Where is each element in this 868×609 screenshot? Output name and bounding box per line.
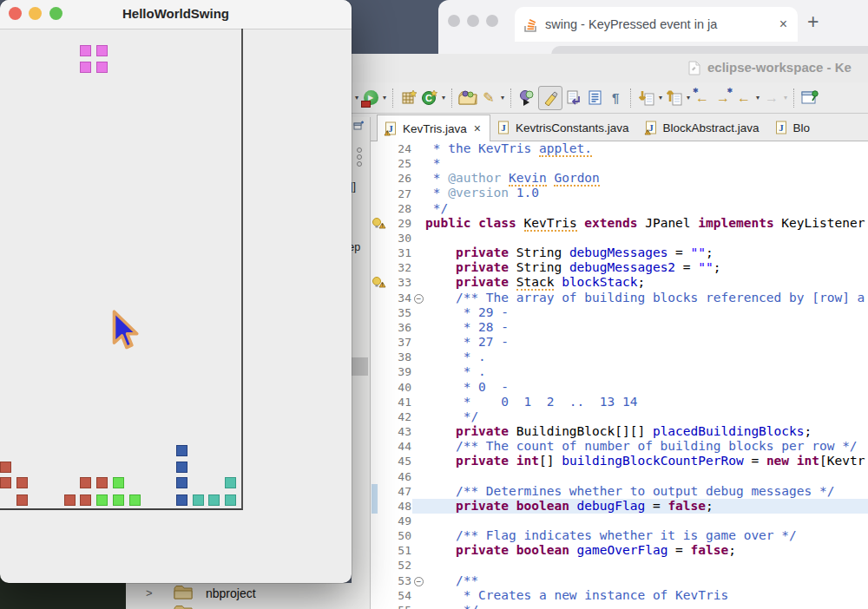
warning-lightbulb-icon: ! bbox=[371, 275, 388, 290]
line-number[interactable]: 25 bbox=[388, 157, 412, 170]
line-number[interactable]: 48 bbox=[388, 500, 412, 513]
code-line-44: 44 /** The count of number of building b… bbox=[371, 439, 868, 454]
tab-close-icon[interactable]: × bbox=[474, 121, 481, 135]
line-number[interactable]: 34 bbox=[388, 291, 412, 304]
line-number[interactable]: 26 bbox=[388, 172, 412, 185]
new-class-button[interactable]: C bbox=[420, 88, 439, 108]
annotation-gutter bbox=[371, 528, 388, 543]
forward-button-disabled[interactable]: → bbox=[762, 88, 781, 108]
toolbar-separator bbox=[451, 88, 453, 108]
code-line-47: 47 /** Determines whether to output debu… bbox=[371, 484, 868, 499]
open-import-button[interactable] bbox=[458, 88, 477, 108]
line-number[interactable]: 49 bbox=[388, 514, 412, 527]
line-number[interactable]: 30 bbox=[388, 232, 412, 245]
line-number[interactable]: 31 bbox=[388, 246, 412, 259]
annotation-gutter bbox=[371, 350, 388, 364]
line-number[interactable]: 37 bbox=[388, 336, 412, 349]
line-number[interactable]: 38 bbox=[388, 350, 412, 363]
browser-minimize-button[interactable] bbox=[467, 15, 479, 27]
line-number[interactable]: 53 bbox=[388, 574, 412, 587]
svg-text:!: ! bbox=[647, 129, 648, 134]
code-line-48: 48 private boolean debugFlag = false; bbox=[371, 499, 868, 514]
tetris-block bbox=[96, 477, 108, 488]
line-number[interactable]: 52 bbox=[388, 559, 412, 572]
line-number[interactable]: 36 bbox=[388, 321, 412, 334]
line-number[interactable]: 46 bbox=[388, 470, 412, 483]
editor-tab-kevtris-java[interactable]: J ! KevTris.java× bbox=[377, 115, 490, 141]
run-button[interactable]: ▶ bbox=[361, 88, 380, 108]
prev-annotation-dropdown[interactable]: ▾ bbox=[687, 94, 690, 102]
line-number[interactable]: 50 bbox=[388, 529, 412, 542]
tetris-block bbox=[16, 494, 28, 506]
show-whitespace-toggle[interactable]: ¶ bbox=[606, 88, 625, 108]
pin-editor-button[interactable] bbox=[800, 88, 819, 108]
fold-collapse-icon[interactable]: − bbox=[412, 573, 425, 588]
line-number[interactable]: 24 bbox=[388, 142, 412, 155]
browser-tab[interactable]: swing - KeyPressed event in ja × bbox=[515, 7, 798, 42]
code-line-46: 46 bbox=[371, 468, 868, 483]
link-with-editor-button[interactable] bbox=[564, 88, 583, 108]
back-dropdown[interactable]: ▾ bbox=[756, 94, 760, 102]
line-number[interactable]: 42 bbox=[388, 410, 412, 423]
prev-annotation-button[interactable] bbox=[665, 88, 684, 108]
line-number[interactable]: 35 bbox=[388, 306, 412, 319]
line-number[interactable]: 32 bbox=[388, 261, 412, 274]
code-line-55: 55 */ bbox=[371, 603, 868, 609]
line-number[interactable]: 27 bbox=[388, 187, 412, 200]
browser-tab-close-icon[interactable]: × bbox=[778, 16, 789, 32]
forward-dropdown-disabled[interactable]: ▾ bbox=[784, 94, 787, 102]
overflow-dropdown[interactable]: ▾ bbox=[355, 94, 358, 102]
drag-handle-dots[interactable] bbox=[357, 146, 362, 168]
last-edit-location-button[interactable]: ←✱ bbox=[693, 88, 712, 108]
next-annotation-button[interactable] bbox=[637, 88, 656, 108]
editor-tab-blo[interactable]: J Blo bbox=[768, 115, 819, 141]
line-number[interactable]: 43 bbox=[388, 425, 412, 438]
line-number[interactable]: 29 bbox=[388, 217, 412, 230]
new-class-dropdown[interactable]: ▾ bbox=[442, 94, 445, 102]
line-number[interactable]: 51 bbox=[388, 544, 412, 557]
new-java-project-button[interactable] bbox=[399, 88, 418, 108]
new-element-dropdown[interactable]: ▾ bbox=[501, 94, 504, 102]
java-file-icon-warning: J ! bbox=[644, 121, 658, 135]
toolbar-separator bbox=[630, 88, 632, 108]
annotation-gutter bbox=[371, 335, 388, 350]
line-number[interactable]: 28 bbox=[388, 202, 412, 215]
tab-label: BlockAbstract.java bbox=[663, 121, 760, 134]
run-dropdown[interactable]: ▾ bbox=[383, 94, 386, 102]
eclipse-window-title: eclipse-workspace - Ke bbox=[707, 60, 852, 75]
eclipse-titlebar: eclipse-workspace - Ke bbox=[352, 54, 868, 82]
game-titlebar[interactable]: HelloWorldSwing bbox=[0, 0, 352, 29]
next-annotation-dropdown[interactable]: ▾ bbox=[659, 94, 662, 102]
show-outline-button[interactable] bbox=[585, 88, 604, 108]
line-number[interactable]: 41 bbox=[388, 396, 412, 409]
line-number[interactable]: 33 bbox=[388, 276, 412, 289]
line-number[interactable]: 44 bbox=[388, 440, 412, 453]
new-element-button[interactable]: ✎ bbox=[479, 88, 498, 108]
restore-view-icon[interactable] bbox=[353, 121, 365, 131]
line-number[interactable]: 47 bbox=[388, 485, 412, 498]
forward-edit-button[interactable]: →✱ bbox=[713, 88, 733, 108]
browser-new-tab-button[interactable]: + bbox=[807, 10, 819, 34]
code-line-49: 49 bbox=[371, 514, 868, 528]
fold-collapse-icon[interactable]: − bbox=[412, 290, 425, 305]
editor-tab-kevtrisconstants-java[interactable]: J KevtrisConstants.java bbox=[490, 115, 638, 141]
browser-close-button[interactable] bbox=[448, 15, 460, 27]
line-number[interactable]: 40 bbox=[388, 381, 412, 394]
toolbar-separator bbox=[510, 88, 512, 108]
line-number[interactable]: 55 bbox=[388, 604, 412, 609]
java-element-button[interactable] bbox=[517, 88, 536, 108]
tree-chevron-icon[interactable]: > bbox=[146, 586, 153, 599]
annotation-gutter bbox=[371, 156, 388, 171]
code-line-33: !33 private Stack blockStack; bbox=[371, 275, 868, 290]
back-button[interactable]: ← bbox=[734, 88, 753, 108]
editor-tab-blockabstract-java[interactable]: J ! BlockAbstract.java bbox=[638, 115, 768, 141]
line-number[interactable]: 39 bbox=[388, 365, 412, 378]
tree-item-label[interactable]: nbproject bbox=[206, 586, 256, 600]
svg-text:!: ! bbox=[382, 283, 384, 288]
line-number[interactable]: 45 bbox=[388, 455, 412, 468]
highlighter-toggle[interactable] bbox=[538, 86, 562, 110]
code-editor[interactable]: 24 * the KevTris applet.25 *26 * @author… bbox=[371, 141, 868, 609]
browser-zoom-button[interactable] bbox=[486, 15, 498, 27]
annotation-gutter bbox=[371, 409, 388, 424]
line-number[interactable]: 54 bbox=[388, 589, 412, 602]
